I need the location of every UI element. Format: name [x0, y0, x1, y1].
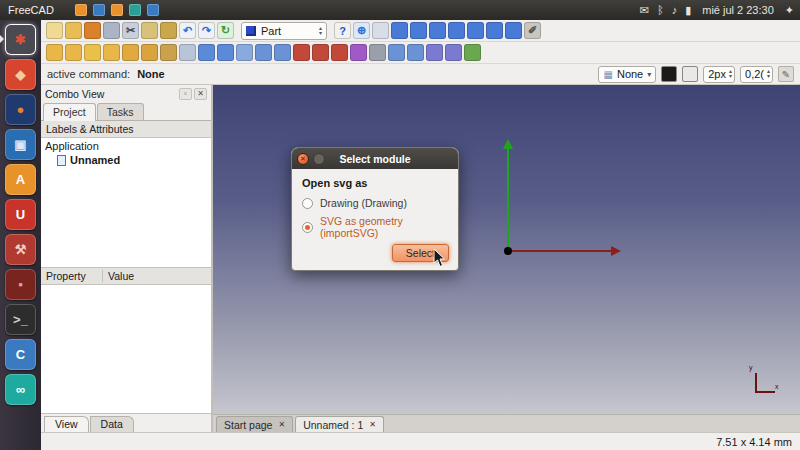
close-tab-icon[interactable]: ✕	[278, 420, 285, 429]
sphere-icon[interactable]	[84, 44, 101, 61]
annotation-icon[interactable]: ✎	[778, 66, 794, 82]
navigation-axes-indicator: x y	[751, 373, 781, 401]
check-geometry-icon[interactable]	[464, 44, 481, 61]
property-column-header[interactable]: Value	[103, 270, 139, 282]
tray-icon-3[interactable]	[111, 4, 123, 16]
bluetooth-indicator-icon[interactable]: ᛒ	[657, 4, 664, 16]
chamfer-icon[interactable]	[274, 44, 291, 61]
chromium-icon[interactable]: C	[5, 339, 36, 370]
tray-icon-1[interactable]	[75, 4, 87, 16]
close-tab-icon[interactable]: ✕	[369, 420, 376, 429]
radio-option[interactable]: SVG as geometry (importSVG)	[302, 215, 448, 239]
fillet-icon[interactable]	[255, 44, 272, 61]
selection-view-dropdown[interactable]: ▦ None ▾	[598, 66, 656, 83]
extrude-icon[interactable]	[198, 44, 215, 61]
redo-icon[interactable]: ↷	[198, 22, 215, 39]
session-menu-icon[interactable]: ✦	[785, 4, 794, 17]
property-view-tab[interactable]: View	[44, 416, 89, 432]
whats-this-icon[interactable]: ?	[334, 22, 351, 39]
shape-builder-icon[interactable]	[160, 44, 177, 61]
cut-icon[interactable]: ✂	[122, 22, 139, 39]
import-icon[interactable]	[179, 44, 196, 61]
revolve-icon[interactable]	[217, 44, 234, 61]
boolean-cut-icon[interactable]	[331, 44, 348, 61]
create-primitives-icon[interactable]	[141, 44, 158, 61]
radio-option-label: Drawing (Drawing)	[320, 197, 407, 209]
close-panel-icon[interactable]: ✕	[194, 88, 207, 100]
line-width-spinner[interactable]: 2px ▴▾	[703, 66, 735, 83]
save-icon[interactable]	[84, 22, 101, 39]
cone-icon[interactable]	[103, 44, 120, 61]
offset-icon[interactable]	[388, 44, 405, 61]
mirror-icon[interactable]	[236, 44, 253, 61]
rear-view-icon[interactable]	[467, 22, 484, 39]
battery-indicator-icon[interactable]: ▮	[685, 4, 691, 17]
radio-option[interactable]: Drawing (Drawing)	[302, 197, 448, 209]
document-tab[interactable]: Unnamed : 1 ✕	[295, 416, 384, 432]
tray-icon-2[interactable]	[93, 4, 105, 16]
cylinder-icon[interactable]	[65, 44, 82, 61]
detach-panel-icon[interactable]: ▫	[179, 88, 192, 100]
refresh-icon[interactable]: ↻	[217, 22, 234, 39]
axonometric-view-icon[interactable]	[391, 22, 408, 39]
boolean-common-icon[interactable]	[312, 44, 329, 61]
combo-tab[interactable]: Tasks	[97, 103, 144, 120]
launcher-glyph: U	[16, 208, 25, 221]
freecad-launcher-icon[interactable]: ✱	[5, 24, 36, 55]
right-view-icon[interactable]	[448, 22, 465, 39]
property-view-tab[interactable]: Data	[90, 416, 134, 432]
boolean-union-icon[interactable]	[293, 44, 310, 61]
workbench-selector[interactable]: Part ▴▾	[241, 22, 327, 40]
bottom-view-icon[interactable]	[486, 22, 503, 39]
close-icon[interactable]: ✕	[297, 153, 309, 165]
blue-app-icon[interactable]: ▣	[5, 129, 36, 160]
box-icon[interactable]	[46, 44, 63, 61]
draw-style-icon[interactable]	[372, 22, 389, 39]
property-column-header[interactable]: Property	[41, 270, 103, 282]
letter-a-app-icon[interactable]: A	[5, 164, 36, 195]
print-icon[interactable]	[103, 22, 120, 39]
software-center-icon[interactable]: ◆	[5, 59, 36, 90]
cross-sections-icon[interactable]	[369, 44, 386, 61]
face-color-swatch[interactable]	[682, 66, 698, 82]
unity-launcher: ✱ ◆ ● ▣ A U ⚒ ▪ >_ C ∞	[0, 20, 41, 450]
sweep-icon[interactable]	[426, 44, 443, 61]
ubuntu-one-icon[interactable]: U	[5, 199, 36, 230]
tree-item-application[interactable]: Application	[41, 139, 211, 153]
property-table-body[interactable]	[41, 285, 211, 414]
top-view-icon[interactable]	[429, 22, 446, 39]
combo-tab[interactable]: Project	[43, 103, 96, 121]
document-tab[interactable]: Start page ✕	[216, 416, 293, 432]
tray-icon-4[interactable]	[129, 4, 141, 16]
clock-indicator[interactable]: mié jul 2 23:30	[702, 4, 774, 16]
spinner-arrows-icon[interactable]: ▴▾	[729, 69, 732, 79]
loft-icon[interactable]	[445, 44, 462, 61]
front-view-icon[interactable]	[410, 22, 427, 39]
thickness-icon[interactable]	[407, 44, 424, 61]
torus-icon[interactable]	[122, 44, 139, 61]
sound-indicator-icon[interactable]: ♪	[672, 4, 678, 16]
open-folder-icon[interactable]	[65, 22, 82, 39]
undo-icon[interactable]: ↶	[179, 22, 196, 39]
terminal-icon[interactable]: >_	[5, 304, 36, 335]
infinity-app-icon[interactable]: ∞	[5, 374, 36, 405]
firefox-icon[interactable]: ●	[5, 94, 36, 125]
fit-all-icon[interactable]: ⊕	[353, 22, 370, 39]
section-icon[interactable]	[350, 44, 367, 61]
tools-app-icon[interactable]: ⚒	[5, 234, 36, 265]
tray-icon-5[interactable]	[147, 4, 159, 16]
left-view-icon[interactable]	[505, 22, 522, 39]
measure-distance-icon[interactable]: ✐	[524, 22, 541, 39]
line-color-swatch[interactable]	[661, 66, 677, 82]
tree-item-unnamed[interactable]: Unnamed	[41, 153, 211, 167]
point-size-spinner[interactable]: 0,2( ▴▾	[740, 66, 773, 83]
paste-icon[interactable]	[160, 22, 177, 39]
dark-red-app-icon[interactable]: ▪	[5, 269, 36, 300]
copy-icon[interactable]	[141, 22, 158, 39]
new-document-icon[interactable]	[46, 22, 63, 39]
spinner-arrows-icon[interactable]: ▴▾	[767, 69, 770, 79]
window-button-icon[interactable]	[313, 153, 325, 165]
chevron-up-down-icon: ▴▾	[319, 26, 322, 36]
messaging-indicator-icon[interactable]: ✉	[640, 4, 649, 17]
dialog-titlebar[interactable]: ✕ Select module	[292, 148, 458, 169]
